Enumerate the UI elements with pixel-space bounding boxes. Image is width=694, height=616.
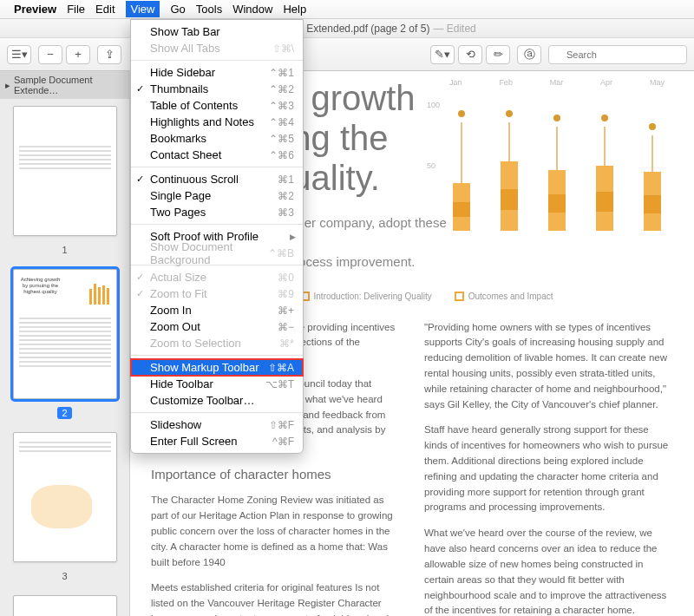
thumbnail-page-4[interactable] (7, 595, 122, 616)
window-titlebar: Sample Document Extended.pdf (page 2 of … (0, 19, 694, 38)
menu-window[interactable]: Window (232, 3, 272, 16)
menu-item-show-tab-bar[interactable]: Show Tab Bar (131, 23, 303, 40)
edited-indicator: — Edited (433, 23, 475, 35)
app-name[interactable]: Preview (14, 3, 56, 16)
menu-item-zoom-out[interactable]: Zoom Out⌘− (131, 318, 303, 335)
menu-item-slideshow[interactable]: Slideshow⇧⌘F (131, 416, 303, 433)
search-field-wrap: 🔍 (548, 45, 687, 64)
menu-item-zoom-in[interactable]: Zoom In⌘+ (131, 302, 303, 318)
menu-go[interactable]: Go (170, 3, 185, 16)
thumbnails-sidebar: ▸ Sample Document Extende… 1 Achieving g… (0, 71, 130, 616)
menu-item-highlights-and-notes[interactable]: Highlights and Notes⌃⌘4 (131, 114, 303, 130)
zoom-in-button[interactable]: + (66, 45, 90, 64)
menu-item-zoom-to-selection: Zoom to Selection⌘* (131, 335, 303, 351)
sidebar-toggle-button[interactable]: ☰▾ (7, 45, 31, 64)
menubar: Preview File Edit View Go Tools Window H… (0, 0, 694, 19)
menu-tools[interactable]: Tools (196, 3, 222, 16)
rotate-button[interactable]: ⟲ (458, 45, 482, 64)
menu-item-show-document-background: Show Document Background⌃⌘B (131, 245, 303, 261)
toolbar: ☰▾ − + ⇪ ✎▾ ⟲ ✏ ⓐ 🔍 (0, 38, 694, 71)
bar-chart: Jan Feb Mar Apr May 100 50 (444, 78, 670, 243)
menu-item-hide-sidebar[interactable]: Hide Sidebar⌃⌘1 (131, 64, 303, 81)
highlight-button[interactable]: ✎▾ (430, 45, 455, 64)
menu-item-show-all-tabs: Show All Tabs⇧⌘\ (131, 40, 303, 56)
menu-item-table-of-contents[interactable]: Table of Contents⌃⌘3 (131, 97, 303, 114)
menu-item-actual-size: Actual Size⌘0 (131, 269, 303, 285)
markup-button[interactable]: ✏ (486, 45, 510, 64)
menu-item-enter-full-screen[interactable]: Enter Full Screen^⌘F (131, 433, 303, 449)
legend-swatch-icon (455, 292, 464, 301)
thumbnail-page-2[interactable]: Achieving growth by pursuing the highest… (7, 269, 122, 420)
page-number: 2 (57, 407, 71, 419)
menu-item-two-pages[interactable]: Two Pages⌘3 (131, 204, 303, 220)
menu-item-zoom-to-fit: Zoom to Fit⌘9 (131, 285, 303, 302)
page-number: 1 (62, 245, 67, 255)
menu-item-contact-sheet[interactable]: Contact Sheet⌃⌘6 (131, 147, 303, 163)
sidebar-title: Sample Document Extende… (14, 75, 124, 95)
disclosure-icon: ▸ (5, 80, 10, 91)
menu-item-hide-toolbar[interactable]: Hide Toolbar⌥⌘T (131, 376, 303, 392)
menu-item-customize-toolbar-[interactable]: Customize Toolbar… (131, 392, 303, 409)
menu-item-continuous-scroll[interactable]: Continuous Scroll⌘1 (131, 171, 303, 187)
page-number: 3 (62, 571, 67, 581)
menu-item-bookmarks[interactable]: Bookmarks⌃⌘5 (131, 130, 303, 147)
view-menu-dropdown: Show Tab BarShow All Tabs⇧⌘\Hide Sidebar… (130, 19, 304, 454)
thumbnail-page-1[interactable]: 1 (7, 106, 122, 257)
menu-file[interactable]: File (67, 3, 85, 16)
menu-edit[interactable]: Edit (95, 3, 115, 16)
thumbnail-page-3[interactable]: 3 (7, 432, 122, 583)
content-area: ▸ Sample Document Extende… 1 Achieving g… (0, 71, 694, 616)
menu-item-show-markup-toolbar[interactable]: Show Markup Toolbar⇧⌘A (131, 359, 303, 376)
sidebar-header[interactable]: ▸ Sample Document Extende… (0, 71, 129, 99)
extra-button[interactable]: ⓐ (517, 45, 541, 64)
zoom-out-button[interactable]: − (38, 45, 62, 64)
menu-item-single-page[interactable]: Single Page⌘2 (131, 187, 303, 204)
search-input[interactable] (548, 45, 687, 64)
share-button[interactable]: ⇪ (97, 45, 121, 64)
menu-help[interactable]: Help (283, 3, 306, 16)
menu-view[interactable]: View (126, 1, 160, 17)
menu-item-thumbnails[interactable]: Thumbnails⌃⌘2 (131, 81, 303, 97)
